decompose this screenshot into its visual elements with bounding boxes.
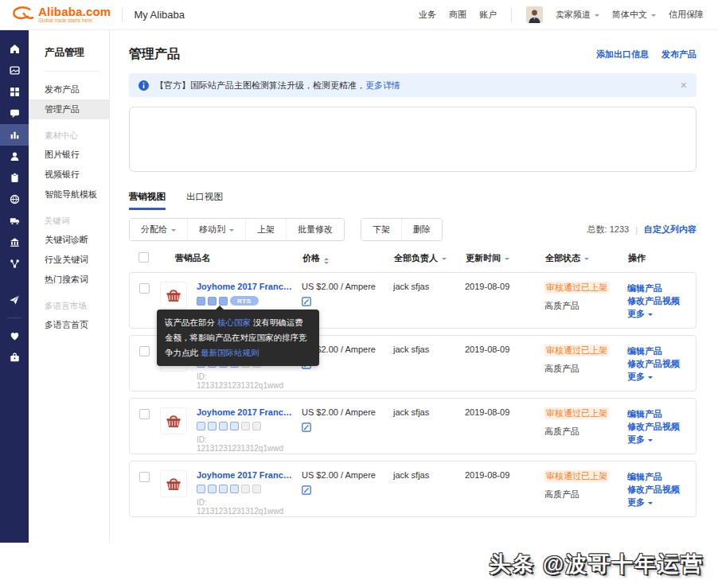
product-thumbnail[interactable] xyxy=(160,282,187,309)
edit-price-icon[interactable] xyxy=(302,485,311,495)
sidebar-item-manage-product[interactable]: 管理产品 xyxy=(29,99,109,119)
trade-assurance-link[interactable]: 信用保障 xyxy=(669,9,704,21)
select-all-checkbox[interactable] xyxy=(139,252,149,263)
delist-button[interactable]: 下架 xyxy=(361,219,402,240)
rail-products[interactable] xyxy=(0,124,29,146)
bank-icon xyxy=(10,237,20,247)
delete-button[interactable]: 删除 xyxy=(402,219,442,240)
list-button[interactable]: 上架 xyxy=(246,219,287,240)
customize-columns-link[interactable]: 自定义列内容 xyxy=(644,224,697,236)
more-dropdown[interactable]: 更多 xyxy=(627,496,688,508)
sidebar-title: 产品管理 xyxy=(29,46,109,71)
product-thumbnail[interactable] xyxy=(160,407,187,434)
product-thumbnail[interactable] xyxy=(160,470,187,497)
latest-rules-link[interactable]: 最新国际站规则 xyxy=(201,348,259,357)
rail-customers[interactable] xyxy=(0,146,29,167)
edit-product-link[interactable]: 编辑产品 xyxy=(627,470,688,483)
more-dropdown[interactable]: 更多 xyxy=(627,307,688,320)
shipping-fee-tooltip: 该产品在部分 核心国家 没有明确运费金额，将影响产品在对应国家的排序竞争力点此 … xyxy=(157,310,319,366)
quality-label: 高质产品 xyxy=(544,363,627,375)
tab-export-view[interactable]: 出口视图 xyxy=(186,191,223,210)
core-countries-link[interactable]: 核心国家 xyxy=(217,317,251,327)
sidebar-item-hot-search-words[interactable]: 热门搜索词 xyxy=(29,270,109,290)
rail-media[interactable] xyxy=(0,60,29,81)
rail-home[interactable] xyxy=(0,38,29,60)
edit-price-icon[interactable] xyxy=(302,423,311,432)
badge-icon xyxy=(208,485,217,493)
column-status-filter[interactable]: 全部状态 xyxy=(545,252,628,264)
edit-video-link[interactable]: 修改产品视频 xyxy=(627,294,688,307)
edit-product-link[interactable]: 编辑产品 xyxy=(627,345,688,357)
sidebar-item-keyword-diagnosis[interactable]: 关键词诊断 xyxy=(29,230,109,250)
column-updated-label: 更新时间 xyxy=(466,253,501,263)
rail-messages[interactable] xyxy=(0,103,29,124)
user-avatar[interactable] xyxy=(526,6,543,23)
status-badge: 审核通过已上架 xyxy=(544,407,609,419)
close-icon[interactable]: × xyxy=(681,80,687,91)
badge-icon xyxy=(197,297,205,306)
product-updated: 2019-08-09 xyxy=(465,345,544,354)
add-export-info-link[interactable]: 添加出口信息 xyxy=(596,49,649,60)
edit-video-link[interactable]: 修改产品视频 xyxy=(627,483,688,496)
row-checkbox[interactable] xyxy=(139,472,150,482)
sidebar-item-smart-nav-template[interactable]: 智能导航模板 xyxy=(29,185,109,204)
edit-product-link[interactable]: 编辑产品 xyxy=(627,407,688,420)
rail-marketing[interactable] xyxy=(0,289,29,310)
more-dropdown[interactable]: 更多 xyxy=(627,370,688,383)
basket-icon xyxy=(164,474,183,493)
sidebar-item-video-bank[interactable]: 视频银行 xyxy=(29,165,109,185)
seller-channel-dropdown[interactable]: 卖家频道 xyxy=(556,9,599,21)
rail-favorites[interactable] xyxy=(0,325,29,347)
chevron-down-icon xyxy=(651,14,656,19)
sidebar-item-industry-keywords[interactable]: 行业关键词 xyxy=(29,250,109,270)
row-checkbox[interactable] xyxy=(139,346,150,356)
nav-account[interactable]: 账户 xyxy=(479,9,497,21)
sidebar-item-image-bank[interactable]: 图片银行 xyxy=(29,145,109,165)
banner-more-link[interactable]: 更多详情 xyxy=(365,80,400,92)
chevron-down-icon xyxy=(171,229,176,234)
product-name-link[interactable]: Joyhome 2017 Franch New Design... xyxy=(197,282,295,291)
assign-to-dropdown[interactable]: 分配给 xyxy=(130,219,188,240)
rail-global[interactable] xyxy=(0,189,29,210)
rail-orders[interactable] xyxy=(0,167,29,189)
product-name-link[interactable]: Joyhome 2017 Franch New Design... xyxy=(197,407,295,417)
edit-price-icon[interactable] xyxy=(302,297,311,306)
language-dropdown[interactable]: 简体中文 xyxy=(612,9,656,21)
nav-business[interactable]: 业务 xyxy=(419,9,436,21)
rail-workbench[interactable] xyxy=(0,347,29,368)
edit-product-link[interactable]: 编辑产品 xyxy=(627,282,688,294)
icon-rail xyxy=(0,30,29,543)
move-to-dropdown[interactable]: 移动到 xyxy=(188,219,246,240)
language-label: 简体中文 xyxy=(612,9,647,21)
chevron-down-icon xyxy=(648,439,653,444)
column-price-sort[interactable]: 价格 xyxy=(302,252,394,264)
alibaba-logo[interactable]: Alibaba.com Global trade starts here. xyxy=(11,6,111,25)
column-product-name: 营销品名 xyxy=(175,252,302,264)
more-dropdown[interactable]: 更多 xyxy=(627,433,688,446)
rail-analytics[interactable] xyxy=(0,253,29,275)
sidebar-item-publish-product[interactable]: 发布产品 xyxy=(29,80,109,99)
row-checkbox[interactable] xyxy=(139,283,150,294)
rail-logistics[interactable] xyxy=(0,210,29,232)
sidebar-section-keywords: 关键词 xyxy=(29,204,109,230)
publish-product-link[interactable]: 发布产品 xyxy=(661,49,697,60)
sidebar-divider xyxy=(45,71,100,72)
sidebar-item-multilang-home[interactable]: 多语言首页 xyxy=(29,315,109,335)
rail-apps[interactable] xyxy=(0,81,29,103)
row-checkbox[interactable] xyxy=(139,409,150,419)
grid-icon xyxy=(10,87,20,97)
rail-finance[interactable] xyxy=(0,232,29,253)
batch-edit-button[interactable]: 批量修改 xyxy=(287,219,344,240)
edit-video-link[interactable]: 修改产品视频 xyxy=(627,357,688,370)
product-name-link[interactable]: Joyhome 2017 Franch New Design... xyxy=(197,470,295,480)
rail-divider xyxy=(7,317,21,318)
status-badge: 审核通过已上架 xyxy=(544,345,609,356)
tab-marketing-view[interactable]: 营销视图 xyxy=(129,191,166,210)
column-updated-filter[interactable]: 更新时间 xyxy=(466,252,545,264)
column-owner-filter[interactable]: 全部负责人 xyxy=(394,252,466,264)
chevron-down-icon xyxy=(442,258,447,263)
edit-video-link[interactable]: 修改产品视频 xyxy=(627,420,688,433)
nav-community[interactable]: 商圈 xyxy=(449,9,466,21)
toolbar-group-primary: 分配给 移动到 上架 批量修改 xyxy=(129,218,345,241)
secondary-sidebar: 产品管理 发布产品 管理产品 素材中心 图片银行 视频银行 智能导航模板 关键词… xyxy=(29,30,110,543)
